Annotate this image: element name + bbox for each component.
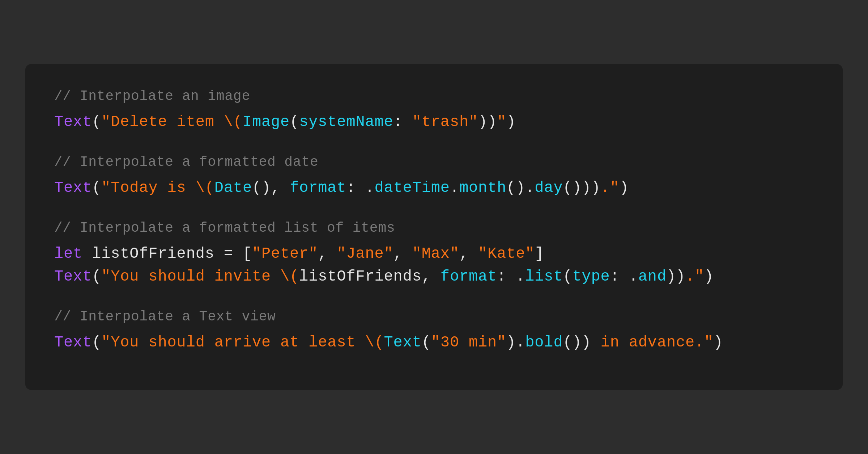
final-paren4: ) [714,334,723,351]
string-invite: "You should invite \( [101,268,299,285]
func-day: day [535,179,563,197]
dot1: . [450,179,459,197]
final-paren3: ) [704,268,714,285]
paren-inner-open: ( [422,334,431,351]
func-list: list [525,268,563,285]
double-close: )) [478,113,497,131]
func-image: Image [243,113,290,131]
func-date: Date [214,179,252,197]
var-listoffriends: listOfFriends [299,268,422,285]
colon-dot: : . [346,179,374,197]
string-arrive: "You should arrive at least \( [101,334,384,351]
comma2: , [393,245,412,262]
close-interp: ())) [563,179,600,197]
bracket-close: ] [535,245,544,262]
bold-close: ()) [563,334,600,351]
colon-space: : [393,113,412,131]
keyword-text4: Text [54,334,92,351]
code-line-date: Text("Today is \(Date(), format: .dateTi… [54,177,814,199]
list-var: listOfFriends = [ [82,245,252,262]
string-delete: "Delete item \( [101,113,243,131]
string-trash: "trash" [412,113,478,131]
comment-textview: // Interpolate a Text view [54,306,814,327]
colon-dot2: : . [497,268,525,285]
paren-open2: ( [92,179,101,197]
string-close-quote: " [497,113,506,131]
string-max: "Max" [412,245,459,262]
param-format: format [290,179,346,197]
val-and: and [638,268,667,285]
paren-open3: ( [92,268,101,285]
parens-month: (). [506,179,535,197]
paren-inner-close: ). [506,334,525,351]
paren-type: ( [563,268,572,285]
code-line-let: let listOfFriends = ["Peter", "Jane", "M… [54,243,814,265]
code-block-date: // Interpolate a formatted date Text("To… [54,152,814,199]
string-30min: "30 min" [431,334,506,351]
string-today: "Today is \( [101,179,214,197]
string-dot-close2: ." [685,268,704,285]
param-type: type [572,268,610,285]
keyword-text3: Text [54,268,92,285]
func-text-inner: Text [384,334,422,351]
comma-format: , [422,268,441,285]
keyword-text2: Text [54,179,92,197]
code-panel: // Interpolate an image Text("Delete ite… [25,64,843,390]
string-peter: "Peter" [252,245,318,262]
code-line-image: Text("Delete item \(Image(systemName: "t… [54,111,814,134]
keyword-let: let [54,245,82,262]
comma3: , [459,245,478,262]
date-paren: (), [252,179,290,197]
code-block-image: // Interpolate an image Text("Delete ite… [54,86,814,134]
final-paren1: ) [506,113,516,131]
string-kate: "Kate" [478,245,535,262]
func-datetime: dateTime [375,179,450,197]
close-list: )) [667,268,685,285]
code-block-textview: // Interpolate a Text view Text("You sho… [54,306,814,354]
string-advance: in advance." [601,334,714,351]
comment-image: // Interpolate an image [54,86,814,106]
code-line-invite: Text("You should invite \(listOfFriends,… [54,265,814,288]
code-block-list: // Interpolate a formatted list of items… [54,218,814,288]
func-month: month [459,179,506,197]
colon-dot3: : . [610,268,638,285]
comma1: , [318,245,337,262]
final-paren2: ) [620,179,629,197]
comment-list: // Interpolate a formatted list of items [54,218,814,238]
paren-open: ( [92,113,101,131]
code-line-arrive: Text("You should arrive at least \(Text(… [54,331,814,354]
comment-date: // Interpolate a formatted date [54,152,814,172]
string-dot-close: ." [601,179,620,197]
paren-image-open: ( [290,113,299,131]
paren-open4: ( [92,334,101,351]
param-format2: format [441,268,497,285]
keyword-text: Text [54,113,92,131]
func-bold: bold [525,334,563,351]
param-systemname: systemName [299,113,393,131]
string-jane: "Jane" [337,245,393,262]
